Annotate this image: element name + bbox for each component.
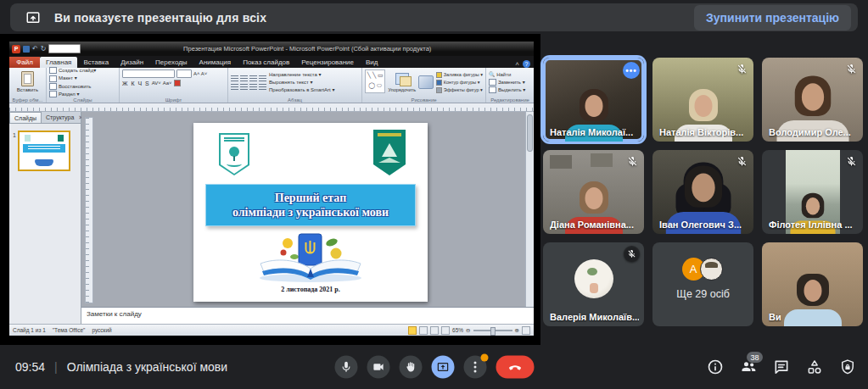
powerpoint-titlebar[interactable]: P ↶ ↻ Презентация Microsoft PowerPoint -… [9,42,534,56]
shield-lock-icon [839,358,856,375]
change-case-icon[interactable]: Aa˅ [163,80,172,86]
quick-access-combobox[interactable] [48,44,81,53]
bullets-icon[interactable] [231,75,238,81]
redo-icon[interactable]: ↻ [41,46,47,53]
participant-tile[interactable]: Валерія Миколаїв... [543,242,644,326]
more-options-button[interactable] [463,356,486,379]
select-button[interactable]: Выделить ▾ [489,86,525,93]
screenshare-region[interactable]: P ↶ ↻ Презентация Microsoft PowerPoint -… [0,34,540,345]
notes-pane[interactable]: Заметки к слайду [81,307,534,324]
meeting-details-button[interactable] [707,358,724,375]
chat-button[interactable] [773,358,790,375]
paste-button[interactable]: Вставить [12,86,43,93]
slide-sorter-view-button[interactable] [419,326,428,335]
powerpoint-app-icon: P [12,45,20,53]
participant-tile[interactable]: Наталія Вікторів... [652,58,753,142]
font-group: A˄ A˅ Ж К Ч S AV˅ Aa˅ Шрифт [120,68,228,103]
align-center-icon[interactable] [240,84,248,90]
slide-canvas[interactable]: Перший етап олімпіади з української мови [193,123,428,302]
tab-animations[interactable]: Анимация [193,57,238,68]
shapes-gallery[interactable]: ╲ ╲ ▭ ◯ ⬭ △ ▽ ⇩ ◇ ☆ [365,69,385,93]
zoom-slider[interactable] [473,330,512,331]
tab-transitions[interactable]: Переходы [149,57,193,68]
font-size-combobox[interactable] [176,69,192,78]
normal-view-button[interactable] [408,326,417,335]
character-spacing-icon[interactable]: AV˅ [152,80,161,86]
minimize-ribbon-icon[interactable]: ˄ [515,60,519,68]
self-tile[interactable]: Ви [762,242,863,326]
participant-name: Наталія Вікторів... [659,127,743,137]
activities-shapes-icon [806,358,823,375]
slide-editor[interactable]: Перший етап олімпіади з української мови [81,112,534,307]
vertical-scrollbar[interactable] [525,112,534,307]
participant-tile[interactable]: Володимир Оле... [762,58,863,142]
convert-smartart-button[interactable]: Преобразовать в SmartArt ▾ [269,86,334,93]
stop-presenting-button[interactable]: Зупинити презентацію [694,5,851,31]
undo-icon[interactable]: ↶ [32,46,38,53]
new-slide-button[interactable]: Создать слайд▾ [49,67,96,74]
align-text-button[interactable]: Выровнять текст ▾ [269,79,334,86]
font-color-chip[interactable] [174,80,181,86]
tab-review[interactable]: Рецензирование [295,57,360,68]
participant-tile[interactable]: ••• Наталія Миколаї... [543,58,644,142]
help-icon[interactable]: ? [523,60,530,68]
status-bar: Слайд 1 из 1 "Тема Office" русский 65% ⊖… [9,324,534,336]
align-right-icon[interactable] [249,84,257,90]
align-left-icon[interactable] [231,84,238,90]
shape-effects-button[interactable]: Эффекты фигур ▾ [436,86,483,93]
justify-icon[interactable] [259,84,266,90]
tab-slideshow[interactable]: Показ слайдов [237,57,295,68]
text-direction-button[interactable]: Направление текста ▾ [269,71,334,78]
google-meet-app: Ви показуєте презентацію для всіх Зупини… [0,0,868,389]
slide-title-box[interactable]: Перший етап олімпіади з української мови [205,184,416,226]
participant-tile[interactable]: Філотея Іллівна ... [762,150,863,234]
font-name-combobox[interactable] [122,69,175,78]
participant-tile[interactable]: Діана Романівна... [543,150,644,234]
slides-tab[interactable]: Слайды [9,112,42,123]
camera-button[interactable] [367,356,389,379]
slides-group: Создать слайд▾ Макет ▾ Восстановить Разд… [47,68,120,103]
layout-button[interactable]: Макет ▾ [49,75,96,81]
save-icon[interactable] [23,46,30,53]
shape-outline-button[interactable]: Контур фигуры ▾ [436,79,483,86]
paste-icon[interactable] [21,71,34,86]
tab-view[interactable]: Вид [360,57,384,68]
zoom-out-button[interactable]: ⊖ [466,327,470,334]
status-language: русский [92,327,111,333]
host-controls-button[interactable] [839,358,856,375]
powerpoint-window: P ↶ ↻ Презентация Microsoft PowerPoint -… [8,41,535,334]
present-button[interactable] [431,356,454,379]
replace-button[interactable]: Заменить ▾ [489,79,525,86]
grow-shrink-font-icons[interactable]: A˄ A˅ [193,70,207,77]
shape-fill-button[interactable]: Заливка фигуры ▾ [436,71,483,78]
mic-off-icon [627,155,638,166]
slideshow-view-button[interactable] [441,326,450,335]
overflow-participants-tile[interactable]: A Ще 29 осіб [652,242,753,326]
slide-date: 2 листопада 2021 р. [193,286,428,293]
tab-file[interactable]: Файл [9,57,40,68]
mic-button[interactable] [334,356,357,379]
slide-thumbnail[interactable] [18,131,70,171]
leave-call-button[interactable] [496,356,534,379]
raise-hand-button[interactable] [399,356,422,379]
reset-button[interactable]: Восстановить [49,83,96,90]
mic-off-icon [846,155,857,166]
participant-name: Володимир Оле... [769,127,851,137]
tab-design[interactable]: Дизайн [115,57,149,68]
find-button[interactable]: 🔍 Найти [489,71,525,78]
tile-more-options-button[interactable]: ••• [623,62,640,79]
line-spacing-icon[interactable] [259,75,266,81]
zoom-in-button[interactable]: ⊕ [515,327,519,334]
participant-tile[interactable]: Іван Олегович З... [652,150,753,234]
numbering-icon[interactable] [240,75,248,81]
fit-to-window-button[interactable] [522,326,530,335]
participant-name: Філотея Іллівна ... [769,220,853,230]
indent-icons[interactable] [249,75,257,81]
activities-button[interactable] [806,358,823,375]
bold-italic-underline-buttons[interactable]: Ж К Ч S [122,81,150,86]
arrange-button[interactable]: Упорядочить [388,86,416,93]
outline-tab[interactable]: Структура [42,113,78,123]
show-everyone-button[interactable]: 38 [740,358,757,375]
reading-view-button[interactable] [430,326,439,335]
quick-styles-icon[interactable] [418,75,434,89]
